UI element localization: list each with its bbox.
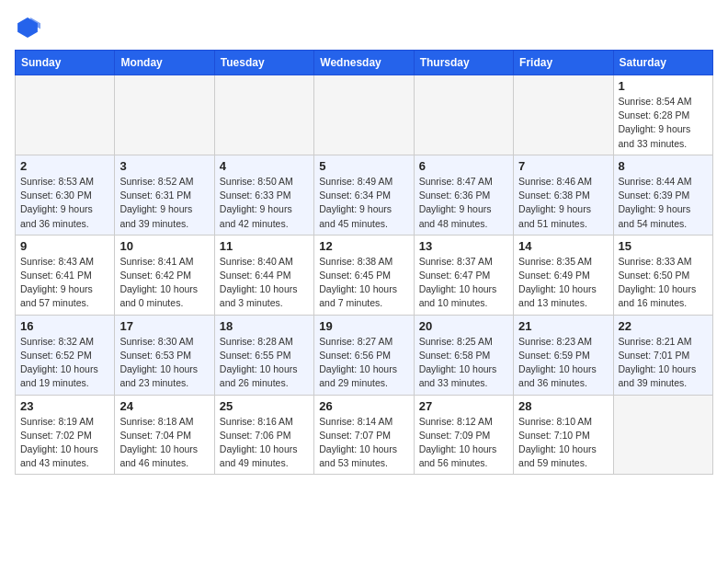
calendar-day-cell: 9Sunrise: 8:43 AM Sunset: 6:41 PM Daylig… [16, 235, 115, 315]
day-info: Sunrise: 8:38 AM Sunset: 6:45 PM Dayligh… [319, 255, 408, 311]
day-number: 23 [20, 399, 109, 413]
day-info: Sunrise: 8:32 AM Sunset: 6:52 PM Dayligh… [20, 335, 109, 391]
logo [15, 15, 46, 40]
calendar-day-cell: 7Sunrise: 8:46 AM Sunset: 6:38 PM Daylig… [514, 155, 613, 235]
calendar-day-cell: 12Sunrise: 8:38 AM Sunset: 6:45 PM Dayli… [314, 235, 414, 315]
day-info: Sunrise: 8:25 AM Sunset: 6:58 PM Dayligh… [419, 335, 508, 391]
day-info: Sunrise: 8:49 AM Sunset: 6:34 PM Dayligh… [319, 175, 408, 231]
day-number: 22 [619, 319, 708, 333]
calendar-week-row: 23Sunrise: 8:19 AM Sunset: 7:02 PM Dayli… [16, 395, 713, 475]
calendar-day-cell: 5Sunrise: 8:49 AM Sunset: 6:34 PM Daylig… [314, 155, 414, 235]
day-info: Sunrise: 8:46 AM Sunset: 6:38 PM Dayligh… [518, 175, 608, 231]
calendar-day-cell: 16Sunrise: 8:32 AM Sunset: 6:52 PM Dayli… [16, 315, 115, 395]
calendar-day-cell [414, 75, 513, 155]
calendar-day-cell: 19Sunrise: 8:27 AM Sunset: 6:56 PM Dayli… [314, 315, 414, 395]
calendar-day-cell [214, 75, 313, 155]
calendar-day-cell: 20Sunrise: 8:25 AM Sunset: 6:58 PM Dayli… [414, 315, 513, 395]
page-header [15, 15, 713, 40]
day-number: 9 [20, 239, 109, 253]
day-info: Sunrise: 8:27 AM Sunset: 6:56 PM Dayligh… [319, 335, 408, 391]
calendar-day-cell: 24Sunrise: 8:18 AM Sunset: 7:04 PM Dayli… [115, 395, 214, 475]
day-number: 24 [119, 399, 209, 413]
day-number: 13 [419, 239, 508, 253]
day-info: Sunrise: 8:52 AM Sunset: 6:31 PM Dayligh… [119, 175, 209, 231]
calendar-day-cell: 6Sunrise: 8:47 AM Sunset: 6:36 PM Daylig… [414, 155, 513, 235]
day-info: Sunrise: 8:23 AM Sunset: 6:59 PM Dayligh… [518, 335, 608, 391]
calendar-day-cell: 14Sunrise: 8:35 AM Sunset: 6:49 PM Dayli… [514, 235, 613, 315]
calendar-week-row: 16Sunrise: 8:32 AM Sunset: 6:52 PM Dayli… [16, 315, 713, 395]
day-info: Sunrise: 8:54 AM Sunset: 6:28 PM Dayligh… [619, 95, 708, 151]
weekday-header: Sunday [16, 51, 115, 75]
day-number: 8 [619, 159, 708, 173]
calendar-day-cell [16, 75, 115, 155]
day-number: 11 [220, 239, 309, 253]
calendar-day-cell: 4Sunrise: 8:50 AM Sunset: 6:33 PM Daylig… [214, 155, 313, 235]
day-info: Sunrise: 8:18 AM Sunset: 7:04 PM Dayligh… [119, 415, 209, 471]
calendar-day-cell: 17Sunrise: 8:30 AM Sunset: 6:53 PM Dayli… [115, 315, 214, 395]
weekday-header: Tuesday [214, 51, 313, 75]
day-number: 28 [518, 399, 608, 413]
day-number: 17 [119, 319, 209, 333]
calendar-day-cell [314, 75, 414, 155]
calendar-day-cell: 26Sunrise: 8:14 AM Sunset: 7:07 PM Dayli… [314, 395, 414, 475]
calendar-day-cell: 22Sunrise: 8:21 AM Sunset: 7:01 PM Dayli… [613, 315, 712, 395]
day-number: 25 [220, 399, 309, 413]
day-info: Sunrise: 8:41 AM Sunset: 6:42 PM Dayligh… [119, 255, 209, 311]
day-number: 15 [619, 239, 708, 253]
calendar-day-cell [115, 75, 214, 155]
weekday-header: Wednesday [314, 51, 414, 75]
day-info: Sunrise: 8:47 AM Sunset: 6:36 PM Dayligh… [419, 175, 508, 231]
calendar-day-cell: 27Sunrise: 8:12 AM Sunset: 7:09 PM Dayli… [414, 395, 513, 475]
day-info: Sunrise: 8:19 AM Sunset: 7:02 PM Dayligh… [20, 415, 109, 471]
calendar-day-cell: 18Sunrise: 8:28 AM Sunset: 6:55 PM Dayli… [214, 315, 313, 395]
calendar-day-cell: 25Sunrise: 8:16 AM Sunset: 7:06 PM Dayli… [214, 395, 313, 475]
day-number: 1 [619, 79, 708, 93]
day-info: Sunrise: 8:35 AM Sunset: 6:49 PM Dayligh… [518, 255, 608, 311]
calendar-day-cell: 28Sunrise: 8:10 AM Sunset: 7:10 PM Dayli… [514, 395, 613, 475]
calendar-day-cell: 13Sunrise: 8:37 AM Sunset: 6:47 PM Dayli… [414, 235, 513, 315]
day-number: 19 [319, 319, 408, 333]
calendar-day-cell: 11Sunrise: 8:40 AM Sunset: 6:44 PM Dayli… [214, 235, 313, 315]
calendar-header-row: SundayMondayTuesdayWednesdayThursdayFrid… [16, 51, 713, 75]
day-info: Sunrise: 8:28 AM Sunset: 6:55 PM Dayligh… [220, 335, 309, 391]
day-number: 7 [518, 159, 608, 173]
day-info: Sunrise: 8:50 AM Sunset: 6:33 PM Dayligh… [220, 175, 309, 231]
calendar-day-cell: 8Sunrise: 8:44 AM Sunset: 6:39 PM Daylig… [613, 155, 712, 235]
day-info: Sunrise: 8:44 AM Sunset: 6:39 PM Dayligh… [619, 175, 708, 231]
day-number: 14 [518, 239, 608, 253]
calendar-day-cell: 15Sunrise: 8:33 AM Sunset: 6:50 PM Dayli… [613, 235, 712, 315]
calendar-day-cell: 1Sunrise: 8:54 AM Sunset: 6:28 PM Daylig… [613, 75, 712, 155]
day-info: Sunrise: 8:12 AM Sunset: 7:09 PM Dayligh… [419, 415, 508, 471]
day-number: 5 [319, 159, 408, 173]
calendar-day-cell [514, 75, 613, 155]
day-info: Sunrise: 8:43 AM Sunset: 6:41 PM Dayligh… [20, 255, 109, 311]
day-number: 10 [119, 239, 209, 253]
day-info: Sunrise: 8:30 AM Sunset: 6:53 PM Dayligh… [119, 335, 209, 391]
calendar-day-cell: 2Sunrise: 8:53 AM Sunset: 6:30 PM Daylig… [16, 155, 115, 235]
day-number: 2 [20, 159, 109, 173]
day-info: Sunrise: 8:53 AM Sunset: 6:30 PM Dayligh… [20, 175, 109, 231]
day-info: Sunrise: 8:21 AM Sunset: 7:01 PM Dayligh… [619, 335, 708, 391]
calendar-day-cell: 21Sunrise: 8:23 AM Sunset: 6:59 PM Dayli… [514, 315, 613, 395]
day-number: 6 [419, 159, 508, 173]
day-number: 12 [319, 239, 408, 253]
calendar-table: SundayMondayTuesdayWednesdayThursdayFrid… [15, 50, 713, 475]
day-number: 16 [20, 319, 109, 333]
day-number: 4 [220, 159, 309, 173]
weekday-header: Saturday [613, 51, 712, 75]
calendar-week-row: 9Sunrise: 8:43 AM Sunset: 6:41 PM Daylig… [16, 235, 713, 315]
day-number: 27 [419, 399, 508, 413]
weekday-header: Friday [514, 51, 613, 75]
day-info: Sunrise: 8:16 AM Sunset: 7:06 PM Dayligh… [220, 415, 309, 471]
day-number: 3 [119, 159, 209, 173]
calendar-day-cell: 10Sunrise: 8:41 AM Sunset: 6:42 PM Dayli… [115, 235, 214, 315]
logo-icon [15, 15, 40, 40]
weekday-header: Thursday [414, 51, 513, 75]
calendar-day-cell: 3Sunrise: 8:52 AM Sunset: 6:31 PM Daylig… [115, 155, 214, 235]
day-info: Sunrise: 8:14 AM Sunset: 7:07 PM Dayligh… [319, 415, 408, 471]
calendar-week-row: 1Sunrise: 8:54 AM Sunset: 6:28 PM Daylig… [16, 75, 713, 155]
day-number: 20 [419, 319, 508, 333]
calendar-week-row: 2Sunrise: 8:53 AM Sunset: 6:30 PM Daylig… [16, 155, 713, 235]
calendar-day-cell [613, 395, 712, 475]
day-info: Sunrise: 8:40 AM Sunset: 6:44 PM Dayligh… [220, 255, 309, 311]
